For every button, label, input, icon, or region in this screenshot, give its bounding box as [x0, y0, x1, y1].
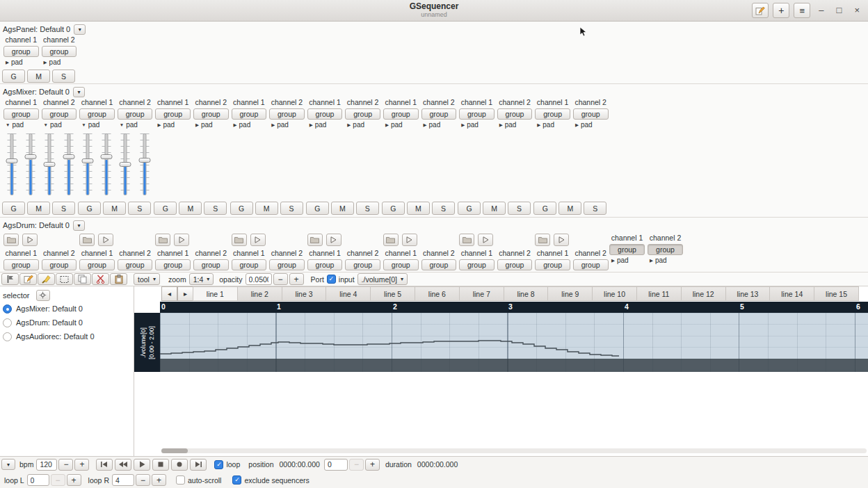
group-button[interactable]: group	[573, 259, 609, 270]
group-button[interactable]: group	[307, 108, 343, 120]
group-button[interactable]: group	[3, 46, 39, 57]
slider-handle[interactable]	[81, 158, 93, 163]
port-input-checkbox[interactable]: ✓	[327, 275, 336, 284]
group-button[interactable]: group	[648, 244, 683, 255]
group-button[interactable]: group	[118, 259, 153, 270]
automation-area[interactable]	[160, 313, 868, 372]
position-decrement-button[interactable]: −	[349, 459, 364, 471]
pad-expander[interactable]: ▶ pad	[268, 120, 306, 129]
line-tab[interactable]: line 4	[326, 286, 371, 301]
clear-tool-button[interactable]	[38, 273, 55, 285]
solo-toggle-button[interactable]: S	[52, 202, 75, 215]
pad-play-button[interactable]	[98, 234, 113, 246]
scrollbar-thumb[interactable]	[161, 448, 188, 453]
edit-document-button[interactable]	[752, 3, 769, 18]
group-toggle-button[interactable]: G	[306, 202, 329, 215]
port-dropdown[interactable]: ./volume[0] ▾	[357, 273, 408, 285]
volume-slider[interactable]	[116, 131, 135, 200]
mute-toggle-button[interactable]: M	[407, 202, 430, 215]
bpm-input[interactable]	[36, 459, 57, 471]
group-button[interactable]: group	[383, 108, 419, 120]
volume-slider[interactable]	[40, 131, 59, 200]
line-tab[interactable]: line 12	[681, 286, 726, 301]
loop-right-decrement-button[interactable]: −	[136, 474, 150, 486]
minimize-button[interactable]: –	[819, 3, 823, 18]
skip-backward-button[interactable]	[96, 459, 113, 471]
skip-forward-button[interactable]	[190, 459, 207, 471]
group-button[interactable]: group	[3, 108, 39, 120]
pad-expander[interactable]: ▶ pad	[40, 58, 79, 67]
group-button[interactable]: group	[155, 108, 191, 120]
pad-expander[interactable]: ▼ pad	[2, 120, 40, 129]
pad-expander[interactable]: ▶ pad	[533, 120, 572, 129]
volume-slider[interactable]	[2, 131, 21, 200]
group-button[interactable]: group	[118, 108, 153, 120]
group-button[interactable]: group	[307, 259, 343, 270]
solo-toggle-button[interactable]: S	[356, 202, 379, 215]
machine-menu-button[interactable]: ▾	[74, 24, 86, 35]
radio-button[interactable]	[3, 304, 12, 314]
horizontal-scrollbar[interactable]	[161, 448, 867, 453]
line-tab[interactable]: line 6	[415, 286, 460, 301]
open-button[interactable]	[383, 234, 399, 246]
group-button[interactable]: group	[42, 108, 77, 120]
line-tab[interactable]: line 13	[725, 286, 771, 301]
group-button[interactable]: group	[535, 108, 570, 120]
line-tab[interactable]: line 8	[504, 286, 549, 301]
exclude-sequencers-checkbox[interactable]: ✓	[232, 475, 241, 485]
slider-handle[interactable]	[6, 158, 17, 163]
pad-expander[interactable]: ▶ pad	[306, 120, 344, 129]
loop-right-input[interactable]	[112, 474, 134, 486]
opacity-increment-button[interactable]: +	[289, 273, 304, 285]
selector-options-button[interactable]	[36, 290, 50, 301]
tabs-scroll-left-button[interactable]: ◂	[161, 286, 177, 301]
group-button[interactable]: group	[497, 108, 533, 120]
open-button[interactable]	[3, 234, 19, 246]
group-button[interactable]: group	[421, 108, 457, 120]
volume-slider[interactable]	[97, 131, 115, 200]
selector-item[interactable]: AgsMixer: Default 0	[0, 302, 134, 316]
group-button[interactable]: group	[193, 108, 229, 120]
line-tab[interactable]: line 9	[547, 286, 593, 301]
group-button[interactable]: group	[269, 259, 305, 270]
group-button[interactable]: group	[232, 259, 267, 270]
bpm-decrement-button[interactable]: −	[58, 459, 73, 471]
group-button[interactable]: group	[193, 259, 229, 270]
mute-toggle-button[interactable]: M	[27, 202, 50, 215]
line-tab[interactable]: line 2	[237, 286, 282, 301]
pad-play-button[interactable]	[554, 234, 569, 246]
stop-button[interactable]	[152, 459, 169, 471]
volume-slider[interactable]	[59, 131, 78, 200]
pad-expander[interactable]: ▶ pad	[2, 58, 40, 67]
pad-play-button[interactable]	[326, 234, 341, 246]
group-button[interactable]: group	[459, 259, 495, 270]
record-button[interactable]	[171, 459, 188, 471]
pad-play-button[interactable]	[174, 234, 189, 246]
group-button[interactable]: group	[383, 259, 419, 270]
group-button[interactable]: group	[155, 259, 191, 270]
line-tab[interactable]: line 5	[370, 286, 415, 301]
slider-handle[interactable]	[63, 154, 74, 159]
group-button[interactable]: group	[609, 244, 645, 255]
group-toggle-button[interactable]: G	[154, 202, 177, 215]
select-tool-button[interactable]	[56, 273, 73, 285]
pad-play-button[interactable]	[478, 234, 493, 246]
group-button[interactable]: group	[345, 108, 380, 120]
mute-toggle-button[interactable]: M	[179, 202, 202, 215]
line-tab[interactable]: line 10	[592, 286, 637, 301]
slider-handle[interactable]	[101, 154, 113, 159]
group-toggle-button[interactable]: G	[2, 202, 25, 215]
play-button[interactable]	[134, 459, 150, 471]
solo-toggle-button[interactable]: S	[432, 202, 455, 215]
selector-item[interactable]: AgsDrum: Default 0	[0, 316, 134, 330]
group-toggle-button[interactable]: G	[382, 202, 405, 215]
group-toggle-button[interactable]: G	[230, 202, 253, 215]
mute-toggle-button[interactable]: M	[558, 202, 581, 215]
group-button[interactable]: group	[42, 46, 77, 57]
opacity-input[interactable]	[246, 273, 272, 285]
solo-toggle-button[interactable]: S	[204, 202, 227, 215]
paste-button[interactable]	[110, 273, 127, 285]
group-button[interactable]: group	[535, 259, 570, 270]
edit-tool-button[interactable]	[19, 273, 37, 285]
position-increment-button[interactable]: +	[365, 459, 380, 471]
